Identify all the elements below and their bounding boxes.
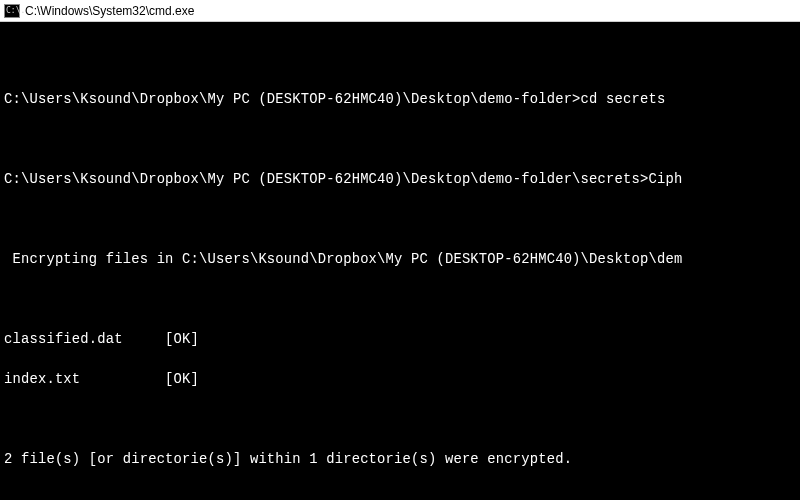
command-text: Ciph [648,172,682,187]
file-status-line: index.txt [OK] [4,370,792,390]
terminal-line: C:\Users\Ksound\Dropbox\My PC (DESKTOP-6… [4,170,792,190]
terminal-line: Encrypting files in C:\Users\Ksound\Drop… [4,250,792,270]
cmd-window: C:\. C:\Windows\System32\cmd.exe C:\User… [0,0,800,500]
titlebar[interactable]: C:\. C:\Windows\System32\cmd.exe [0,0,800,22]
terminal-line: C:\Users\Ksound\Dropbox\My PC (DESKTOP-6… [4,90,792,110]
terminal-output[interactable]: C:\Users\Ksound\Dropbox\My PC (DESKTOP-6… [0,22,800,500]
cmd-icon: C:\. [4,4,20,18]
terminal-line [4,130,792,150]
command-text: cd secrets [581,92,666,107]
terminal-line [4,490,792,500]
window-title: C:\Windows\System32\cmd.exe [25,4,194,18]
terminal-line [4,410,792,430]
terminal-line [4,290,792,310]
prompt: C:\Users\Ksound\Dropbox\My PC (DESKTOP-6… [4,92,581,107]
file-status-line: classified.dat [OK] [4,330,792,350]
terminal-line [4,210,792,230]
prompt: C:\Users\Ksound\Dropbox\My PC (DESKTOP-6… [4,172,648,187]
summary-line: 2 file(s) [or directorie(s)] within 1 di… [4,450,792,470]
